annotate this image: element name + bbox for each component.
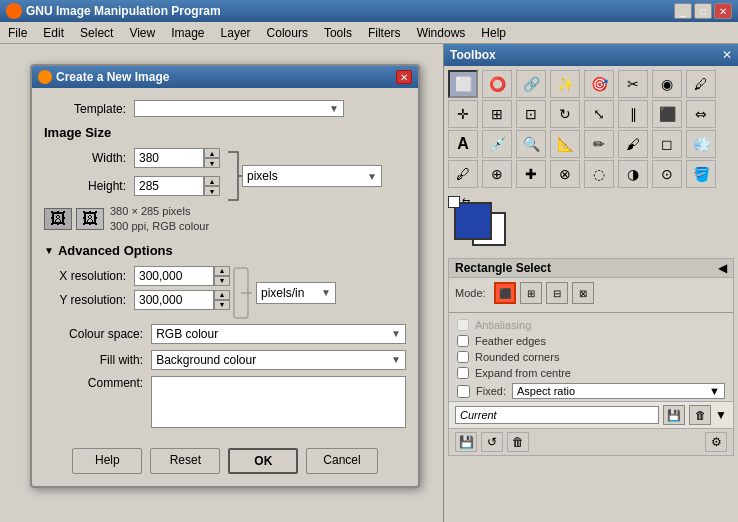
airbrush-tool[interactable]: 💨 xyxy=(686,130,716,158)
measure-tool[interactable]: 📐 xyxy=(550,130,580,158)
feather-edges-checkbox[interactable] xyxy=(457,335,469,347)
reset-colors-icon[interactable] xyxy=(448,196,460,208)
template-dropdown[interactable]: ▼ xyxy=(134,100,344,117)
crop-tool[interactable]: ⊡ xyxy=(516,100,546,128)
move-tool[interactable]: ✛ xyxy=(448,100,478,128)
menu-filters[interactable]: Filters xyxy=(360,24,409,42)
image-info-row: 🖼 🖼 380 × 285 pixels 300 ppi, RGB colour xyxy=(44,204,406,235)
dialog-title: Create a New Image xyxy=(56,70,169,84)
colour-space-dropdown[interactable]: RGB colour ▼ xyxy=(151,324,406,344)
blur-tool[interactable]: ◌ xyxy=(584,160,614,188)
perspective-tool[interactable]: ⬛ xyxy=(652,100,682,128)
dodge-burn-tool[interactable]: ◑ xyxy=(618,160,648,188)
height-field[interactable] xyxy=(134,176,204,196)
rotate-tool[interactable]: ↻ xyxy=(550,100,580,128)
mode-subtract-btn[interactable]: ⊟ xyxy=(546,282,568,304)
fuzzy-select-tool[interactable]: ✨ xyxy=(550,70,580,98)
height-up-btn[interactable]: ▲ xyxy=(204,176,220,186)
y-res-down-btn[interactable]: ▼ xyxy=(214,300,230,310)
maximize-button[interactable]: □ xyxy=(694,3,712,19)
preset-save-btn[interactable]: 💾 xyxy=(663,405,685,425)
shear-tool[interactable]: ∥ xyxy=(618,100,648,128)
menu-layer[interactable]: Layer xyxy=(213,24,259,42)
path-tool[interactable]: 🖊 xyxy=(686,70,716,98)
ok-button[interactable]: OK xyxy=(228,448,298,474)
scissors-tool[interactable]: ✂ xyxy=(618,70,648,98)
dialog-icon xyxy=(38,70,52,84)
rect-select-tool[interactable]: ⬜ xyxy=(448,70,478,98)
reset-bottom-btn[interactable]: ↺ xyxy=(481,432,503,452)
advanced-toggle[interactable]: ▼ Advanced Options xyxy=(44,243,406,258)
unit-dropdown[interactable]: pixels ▼ xyxy=(242,165,382,187)
ellipse-select-tool[interactable]: ⭕ xyxy=(482,70,512,98)
height-spinners: ▲ ▼ xyxy=(204,176,220,196)
mode-replace-btn[interactable]: ⬛ xyxy=(494,282,516,304)
unit-dropdown-arrow: ▼ xyxy=(367,171,377,182)
width-up-btn[interactable]: ▲ xyxy=(204,148,220,158)
fixed-checkbox[interactable] xyxy=(457,385,470,398)
menu-view[interactable]: View xyxy=(121,24,163,42)
menu-image[interactable]: Image xyxy=(163,24,212,42)
minimize-button[interactable]: _ xyxy=(674,3,692,19)
rect-select-collapse[interactable]: ◀ xyxy=(718,261,727,275)
free-select-tool[interactable]: 🔗 xyxy=(516,70,546,98)
comment-textarea[interactable] xyxy=(151,376,406,428)
current-preset-input[interactable] xyxy=(455,406,659,424)
reset-button[interactable]: Reset xyxy=(150,448,220,474)
dialog-close-button[interactable]: ✕ xyxy=(396,70,412,84)
align-tool[interactable]: ⊞ xyxy=(482,100,512,128)
toolbox-close-button[interactable]: ✕ xyxy=(722,48,732,62)
ink-tool[interactable]: 🖋 xyxy=(448,160,478,188)
res-unit-dropdown[interactable]: pixels/in ▼ xyxy=(256,282,336,304)
y-res-field[interactable] xyxy=(134,290,214,310)
clone-tool[interactable]: ⊕ xyxy=(482,160,512,188)
y-res-up-btn[interactable]: ▲ xyxy=(214,290,230,300)
flip-tool[interactable]: ⇔ xyxy=(686,100,716,128)
settings-bottom-btn[interactable]: ⚙ xyxy=(705,432,727,452)
perspective-clone-tool[interactable]: ⊗ xyxy=(550,160,580,188)
pencil-tool[interactable]: ✏ xyxy=(584,130,614,158)
preset-dropdown-arrow[interactable]: ▼ xyxy=(715,408,727,422)
menu-colours[interactable]: Colours xyxy=(259,24,316,42)
rounded-corners-checkbox[interactable] xyxy=(457,351,469,363)
menu-tools[interactable]: Tools xyxy=(316,24,360,42)
bucket-fill-tool[interactable]: 🪣 xyxy=(686,160,716,188)
menu-windows[interactable]: Windows xyxy=(409,24,474,42)
x-res-down-btn[interactable]: ▼ xyxy=(214,276,230,286)
save-bottom-btn[interactable]: 💾 xyxy=(455,432,477,452)
menu-help[interactable]: Help xyxy=(473,24,514,42)
smudge-tool[interactable]: ⊙ xyxy=(652,160,682,188)
height-down-btn[interactable]: ▼ xyxy=(204,186,220,196)
fill-with-dropdown[interactable]: Background colour ▼ xyxy=(151,350,406,370)
x-res-up-btn[interactable]: ▲ xyxy=(214,266,230,276)
menu-select[interactable]: Select xyxy=(72,24,121,42)
expand-from-centre-checkbox[interactable] xyxy=(457,367,469,379)
window-controls[interactable]: _ □ ✕ xyxy=(674,3,732,19)
menu-file[interactable]: File xyxy=(0,24,35,42)
paintbrush-tool[interactable]: 🖌 xyxy=(618,130,648,158)
eraser-tool[interactable]: ◻ xyxy=(652,130,682,158)
app-title: GNU Image Manipulation Program xyxy=(26,4,221,18)
cancel-button[interactable]: Cancel xyxy=(306,448,377,474)
preset-delete-btn[interactable]: 🗑 xyxy=(689,405,711,425)
color-picker-tool[interactable]: 💉 xyxy=(482,130,512,158)
antialiasing-checkbox[interactable] xyxy=(457,319,469,331)
fill-with-row: Fill with: Background colour ▼ xyxy=(44,350,406,370)
close-button[interactable]: ✕ xyxy=(714,3,732,19)
mode-intersect-btn[interactable]: ⊠ xyxy=(572,282,594,304)
width-field[interactable] xyxy=(134,148,204,168)
x-res-field[interactable] xyxy=(134,266,214,286)
select-color-tool[interactable]: 🎯 xyxy=(584,70,614,98)
fg-select-tool[interactable]: ◉ xyxy=(652,70,682,98)
text-tool[interactable]: A xyxy=(448,130,478,158)
help-button[interactable]: Help xyxy=(72,448,142,474)
mode-add-btn[interactable]: ⊞ xyxy=(520,282,542,304)
width-down-btn[interactable]: ▼ xyxy=(204,158,220,168)
image-dimensions: 380 × 285 pixels xyxy=(110,204,209,219)
aspect-ratio-dropdown[interactable]: Aspect ratio ▼ xyxy=(512,383,725,399)
delete-bottom-btn[interactable]: 🗑 xyxy=(507,432,529,452)
scale-tool[interactable]: ⤡ xyxy=(584,100,614,128)
menu-edit[interactable]: Edit xyxy=(35,24,72,42)
heal-tool[interactable]: ✚ xyxy=(516,160,546,188)
magnify-tool[interactable]: 🔍 xyxy=(516,130,546,158)
